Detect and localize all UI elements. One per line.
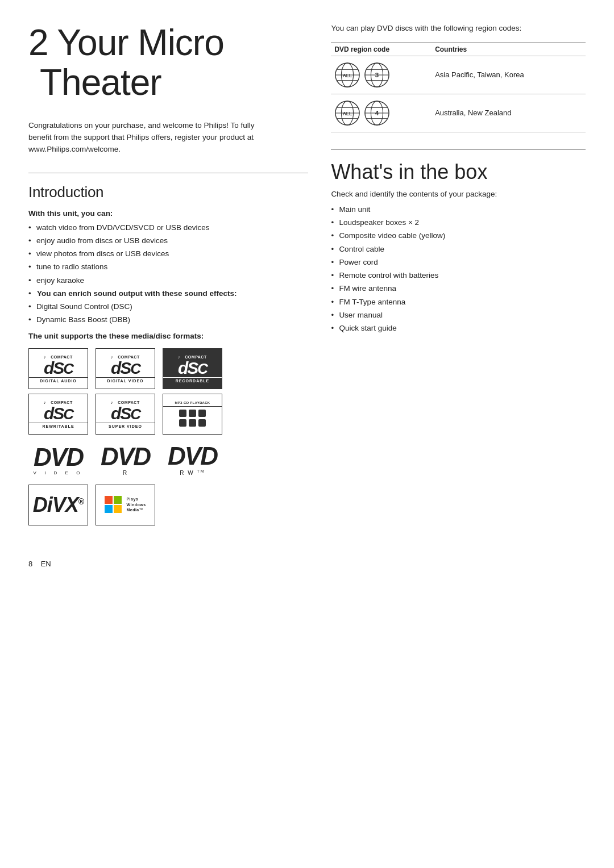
cd-digital-audio-logo: ♪ COMPACT dSC DIGITAL AUDIO: [28, 348, 88, 389]
svg-rect-8: [114, 505, 122, 513]
svg-text:3: 3: [375, 72, 379, 78]
list-item: Dynamic Bass Boost (DBB): [28, 314, 308, 326]
with-unit-heading: With this unit, you can:: [28, 209, 308, 218]
list-item: view photos from discs or USB devices: [28, 248, 308, 260]
list-item: FM T-Type antenna: [331, 297, 586, 308]
language-label: EN: [41, 560, 51, 568]
countries-header: Countries: [432, 43, 586, 56]
list-item: enjoy karaoke: [28, 275, 308, 286]
globe-3-icon: 3: [364, 62, 390, 88]
cd-rewritable-logo: ♪ COMPACT dSC ReWritable: [28, 394, 88, 435]
svg-rect-6: [114, 496, 122, 504]
mp3-dot: [198, 410, 206, 417]
whats-intro-text: Check and identify the contents of your …: [331, 190, 586, 198]
cd-recordable-logo: ♪ COMPACT dSC Recordable: [163, 348, 222, 389]
svg-text:ALL: ALL: [343, 111, 352, 116]
divx-logo: DiVX®: [28, 485, 88, 525]
page-layout: 2 Your Micro Theater Congratulations on …: [28, 23, 586, 568]
dvd-video-logo: DVD V I D E O: [28, 439, 88, 480]
region-table: DVD region code Countries: [331, 43, 586, 132]
svg-text:ALL: ALL: [343, 73, 352, 78]
region-icons-cell: ALL 4: [331, 94, 432, 132]
list-item: Quick start guide: [331, 323, 586, 334]
list-item: User manual: [331, 310, 586, 321]
region-icons-cell: ALL 3: [331, 56, 432, 94]
page-footer: 8 EN: [28, 560, 308, 568]
globe-all-icon: ALL: [334, 100, 360, 126]
table-row: ALL 4 Australia, New: [331, 94, 586, 132]
list-item: You can enrich sound output with these s…: [28, 288, 308, 299]
list-item: Control cable: [331, 244, 586, 255]
intro-paragraph: Congratulations on your purchase, and we…: [28, 120, 267, 156]
whats-bullets-list: Main unit Loudspeaker boxes × 2 Composit…: [331, 204, 586, 335]
list-item: Main unit: [331, 204, 586, 215]
globe-4-icon: 4: [364, 100, 390, 126]
region-intro-text: You can play DVD discs with the followin…: [331, 23, 586, 35]
mp3-dot: [179, 410, 186, 417]
mp3-dot: [179, 419, 186, 427]
list-item: Remote control with batteries: [331, 270, 586, 281]
countries-cell: Australia, New Zealand: [432, 94, 586, 132]
list-item: Power cord: [331, 257, 586, 268]
divider-intro: [28, 173, 308, 173]
page-number: 8: [28, 560, 32, 568]
mp3-cd-logo: MP3-CD PLAYBACK: [163, 394, 222, 435]
introduction-heading: Introduction: [28, 183, 308, 201]
dvd-rw-logo: DVD R W TM: [163, 439, 222, 480]
cd-super-video-logo: ♪ COMPACT dSC SUPER VIDEO: [96, 394, 155, 435]
unit-bullets-list: watch video from DVD/VCD/SVCD or USB dev…: [28, 222, 308, 326]
list-item: Composite video cable (yellow): [331, 230, 586, 241]
windows-media-icon: [105, 496, 123, 514]
svg-rect-5: [105, 496, 113, 504]
list-item: Loudspeaker boxes × 2: [331, 217, 586, 228]
globe-all-icon: ALL: [334, 62, 360, 88]
list-item: enjoy audio from discs or USB devices: [28, 235, 308, 247]
mp3-dot: [198, 419, 206, 427]
list-item: FM wire antenna: [331, 283, 586, 294]
sound-effects-label: You can enrich sound output with these s…: [37, 289, 237, 298]
svg-text:4: 4: [375, 110, 379, 116]
dvd-r-logo: DVD R: [96, 439, 155, 480]
svg-rect-7: [105, 505, 113, 513]
divider-whats: [331, 149, 586, 150]
list-item: watch video from DVD/VCD/SVCD or USB dev…: [28, 222, 308, 233]
list-item: tune to radio stations: [28, 261, 308, 273]
cd-digital-video-logo: ♪ COMPACT dSC DIGITAL VIDEO: [96, 348, 155, 389]
mp3-dot: [189, 419, 196, 427]
windows-media-logo: PlaysWindowsMedia™: [96, 485, 155, 525]
page-title: 2 Your Micro Theater: [28, 23, 308, 103]
table-row: ALL 3: [331, 56, 586, 94]
countries-cell: Asia Pacific, Taiwan, Korea: [432, 56, 586, 94]
media-formats-label: The unit supports the these media/disc f…: [28, 332, 308, 340]
whats-in-box-heading: What's in the box: [331, 160, 586, 184]
right-column: You can play DVD discs with the followin…: [331, 23, 586, 568]
region-code-header: DVD region code: [331, 43, 432, 56]
disc-logos-grid: ♪ COMPACT dSC DIGITAL AUDIO ♪ COMPACT dS…: [28, 348, 308, 525]
mp3-dot: [189, 410, 196, 417]
list-item: Digital Sound Control (DSC): [28, 301, 308, 312]
left-column: 2 Your Micro Theater Congratulations on …: [28, 23, 308, 568]
